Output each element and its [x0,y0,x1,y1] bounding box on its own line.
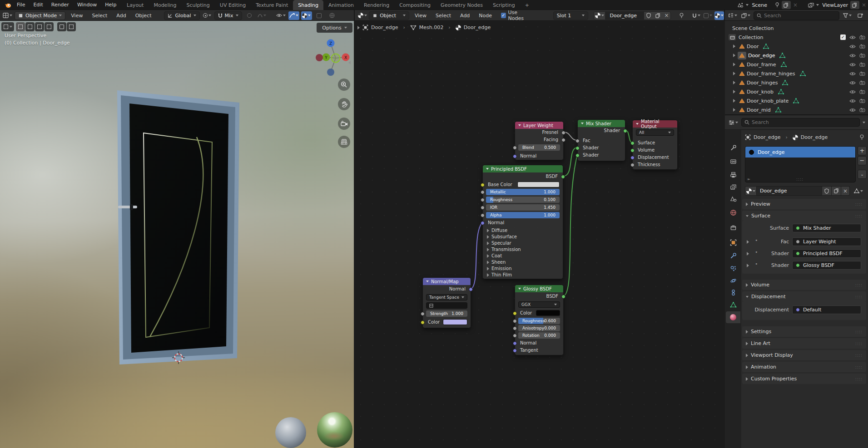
tab-animation[interactable]: Animation [323,0,359,10]
socket-output-fresnel[interactable] [561,131,565,135]
uvmap-field[interactable] [426,302,467,309]
xray-toggle[interactable] [314,11,325,20]
shader1-value-field[interactable]: Principled BSDF [792,249,861,258]
ior-field[interactable]: IOR1.450 [486,204,560,211]
blend-field[interactable]: Blend0.500 [518,144,560,151]
collapse-icon[interactable] [518,288,521,290]
fake-user-shield-icon[interactable] [822,186,832,196]
collapse-icon[interactable] [636,123,639,125]
shader-menu-node[interactable]: Node [475,13,496,19]
tab-particles[interactable] [726,262,740,274]
section-emission[interactable]: Emission [483,266,563,272]
panel-drag-handle[interactable]: :::: [855,202,863,207]
displacement-value-field[interactable]: Default [792,305,861,314]
transform-orientation-dropdown[interactable]: Global [164,11,199,20]
tab-texture-paint[interactable]: Texture Paint [251,0,293,10]
eye-icon[interactable] [849,54,856,58]
sidebar-toggle-icon[interactable] [348,61,351,64]
menu-help[interactable]: Help [101,0,120,10]
base-color-swatch[interactable] [517,182,560,187]
section-specular[interactable]: Specular [483,240,563,246]
outliner-row-collection[interactable]: Collection ✓ [725,33,868,42]
panel-line-art[interactable]: Line Art :::: [742,338,866,349]
camera-icon[interactable] [859,44,865,49]
camera-icon[interactable] [859,35,865,39]
outliner-row-door-frame[interactable]: Door_frame [725,60,868,69]
list-resize-grip[interactable]: ► [748,177,750,181]
snapping-dropdown[interactable]: Mix [214,11,242,20]
overlap-icon[interactable] [703,11,713,20]
shader-menu-view[interactable]: View [411,13,430,19]
shader-menu-add[interactable]: Add [456,13,473,19]
socket-input-alpha[interactable] [481,213,485,217]
rotation-field[interactable]: Rotation0.000 [518,332,560,339]
viewport-3d[interactable]: Options User Perspective (0) Collection … [0,21,354,448]
panel-drag-handle[interactable]: :::: [855,341,863,346]
roughness-slider[interactable]: Roughness0.100 [486,197,560,203]
properties-options-icon[interactable] [863,122,865,123]
camera-icon[interactable] [859,98,865,103]
properties-search[interactable] [741,118,860,127]
node-header[interactable]: Glossy BSDF [515,285,563,292]
material-slot-selected[interactable]: Door_edge [745,147,855,158]
menu-render[interactable]: Render [47,0,73,10]
socket-input-volume[interactable] [630,148,635,153]
socket-input-blend[interactable] [513,146,517,150]
shader-overlays-toggle[interactable] [714,11,724,20]
add-workspace-button[interactable]: + [520,0,534,10]
node-header[interactable]: Mix Shader [578,120,625,127]
tab-scripting[interactable]: Scripting [488,0,520,10]
node-header[interactable]: Layer Weight [515,122,563,129]
section-coat[interactable]: Coat [483,253,563,259]
eye-icon[interactable] [849,44,856,49]
eye-icon[interactable] [849,72,856,76]
viewport-menu-object[interactable]: Object [132,13,155,19]
outliner-row-door[interactable]: Door [725,42,868,51]
link-principled-mix[interactable] [563,148,577,176]
camera-view-button[interactable] [338,118,350,130]
panel-drag-handle[interactable]: :::: [855,295,863,299]
node-header[interactable]: Principled BSDF [483,165,563,172]
socket-output-normal[interactable] [469,287,473,291]
expand-icon[interactable] [733,54,735,57]
space-dropdown[interactable]: Tangent Space [426,294,467,300]
eye-icon[interactable] [849,63,856,67]
remove-slot-button[interactable]: − [858,156,867,165]
panel-custom-properties[interactable]: Custom Properties :::: [742,374,866,384]
panel-drag-handle[interactable]: :::: [855,214,863,218]
expand-icon[interactable] [733,108,735,112]
alpha-slider[interactable]: Alpha1.000 [486,212,560,218]
tab-tool[interactable] [726,142,740,153]
list-drag-handle[interactable]: :::: [796,177,804,182]
outliner-search[interactable] [754,11,839,20]
zoom-button[interactable] [338,79,350,91]
socket-input-roughness[interactable] [513,319,517,323]
tab-compositing[interactable]: Compositing [394,0,436,10]
collapse-icon[interactable] [486,168,489,170]
panel-preview[interactable]: Preview :::: [742,199,866,209]
tab-sculpting[interactable]: Sculpting [181,0,214,10]
socket-input-color[interactable] [513,311,517,315]
socket-input-color[interactable] [421,320,425,325]
unlink-scene-icon[interactable]: × [793,3,798,7]
tab-uv-editing[interactable]: UV Editing [215,0,251,10]
expand-icon[interactable] [733,99,735,103]
tab-material[interactable] [726,311,740,323]
shader-node-editor[interactable]: Door_edge › Mesh.002 › Door_edge Layer W… [355,21,724,448]
editor-type-shader-button[interactable] [357,11,367,20]
blender-logo-icon[interactable] [3,2,13,8]
select-mode-new-button[interactable] [16,22,25,31]
viewlayer-icon[interactable] [808,2,814,8]
metallic-slider[interactable]: Metallic1.000 [486,189,560,195]
socket-input-surface[interactable] [630,141,635,145]
tab-modifiers[interactable] [726,250,740,261]
socket-input-metallic[interactable] [481,190,485,194]
tool-option-icon[interactable] [67,22,76,31]
orthographic-toggle-button[interactable] [338,136,350,148]
expand-icon[interactable] [733,44,735,48]
select-mode-subtract-button[interactable] [35,22,44,31]
viewlayer-name[interactable]: ViewLayer [822,2,848,8]
menu-edit[interactable]: Edit [29,0,47,10]
show-gizmo-dropdown[interactable] [276,11,287,20]
falloff-dropdown[interactable] [257,11,268,20]
